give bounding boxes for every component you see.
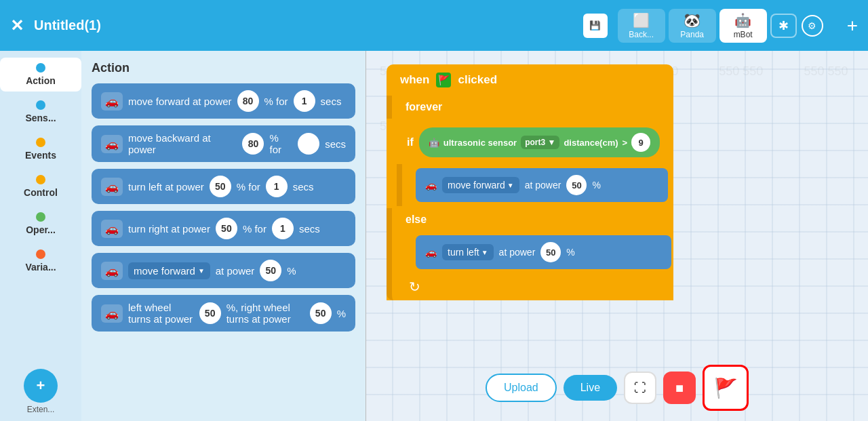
mf-robot-icon: 🚗 [425,180,437,191]
block-move-forward-value2[interactable]: 1 [294,90,315,112]
blocks-panel-title: Action [92,61,355,75]
operators-dot [36,212,45,222]
move-forward-action-label: move forward [448,180,505,191]
sensor-block[interactable]: 🤖 ultrasonic sensor port3 distance(cm) >… [419,127,660,157]
move-direction-label: move forward [134,265,195,277]
sidebar-item-operators[interactable]: Oper... [0,207,81,241]
sidebar-action-label: Action [26,75,56,86]
page-title: Untitled(1) [34,18,573,33]
header-tabs: ⬜ Back... 🐼 Panda 🤖 mBot ✱ ⚙ [618,9,823,43]
tab-mbot-label: mBot [734,30,753,39]
distance-label: distance(cm) [564,138,618,148]
panda-icon: 🐼 [684,12,701,28]
sensors-dot [36,100,45,110]
extend-button[interactable]: + [24,369,58,403]
block-turn-right[interactable]: 🚗 turn right at power 50 % for 1 secs [92,211,355,246]
if-container: if 🤖 ultrasonic sensor port3 distance(cm… [387,119,673,208]
block-wheel-text: left wheel turns at power [128,302,194,325]
if-block: if 🤖 ultrasonic sensor port3 distance(cm… [397,121,670,164]
sidebar-control-label: Control [24,187,58,198]
block-move-forward[interactable]: 🚗 move forward at power 80 % for 1 secs [92,83,355,119]
move-power-value[interactable]: 50 [566,175,587,195]
move-direction-dropdown[interactable]: move forward [128,262,210,279]
block-turn-left-value2[interactable]: 1 [266,176,288,197]
variables-dot [36,249,45,259]
block-turn-right-text: turn right at power [128,223,210,235]
block-turn-left-text: turn left at power [128,181,204,193]
move-pct-label: % [592,180,600,191]
settings-tab[interactable]: ⚙ [802,15,823,37]
turn-left-action[interactable]: 🚗 turn left at power 50 % [416,235,671,269]
block-turn-right-value2[interactable]: 1 [272,218,294,239]
sidebar-item-control[interactable]: Control [0,169,81,203]
block-mfd-value[interactable]: 50 [260,260,281,281]
control-dot [36,175,45,184]
mbot-icon: 🤖 [734,12,751,28]
block-turn-left-value1[interactable]: 50 [210,176,231,197]
sensor-label: ultrasonic sensor [443,138,517,148]
block-turn-left[interactable]: 🚗 turn left at power 50 % for 1 secs [92,169,355,204]
turn-direction-select[interactable]: turn left [442,244,494,260]
block-turn-right-value1[interactable]: 50 [216,218,237,239]
move-direction-select[interactable]: move forward [442,177,519,193]
sidebar-item-action[interactable]: Action [0,58,81,92]
bluetooth-tab[interactable]: ✱ [770,14,797,38]
tab-back[interactable]: ⬜ Back... [618,9,665,43]
block-move-backward-value1[interactable]: 80 [242,133,264,155]
sidebar-item-events[interactable]: Events [0,132,81,166]
sidebar-variables-label: Varia... [25,262,56,273]
tab-panda[interactable]: 🐼 Panda [669,9,716,43]
canvas: 550 550 550 550 550 550 550 550 550 550 … [366,51,868,421]
add-button[interactable]: + [847,15,858,37]
sidebar-operators-label: Oper... [26,224,56,235]
block-turn-right-icon: 🚗 [101,220,123,238]
turn-power-value[interactable]: 50 [540,242,561,262]
block-move-backward[interactable]: 🚗 move backward at power 80 % for secs [92,125,355,162]
go-button[interactable]: 🚩 [703,365,749,411]
sidebar-item-sensors[interactable]: Sens... [0,95,81,129]
block-move-forward-text: move forward at power [128,96,232,107]
when-label: when [400,73,429,87]
block-move-backward-text: move backward at power [128,132,237,155]
forever-block: forever [387,96,673,119]
robot-sensor-icon: 🤖 [429,138,439,148]
clicked-label: clicked [458,73,497,87]
tab-panda-label: Panda [680,30,704,39]
when-clicked-block[interactable]: when 🚩 clicked [387,64,673,96]
port-dropdown[interactable]: port3 [521,136,559,149]
stop-button[interactable]: ■ [663,372,696,404]
upload-button[interactable]: Upload [486,374,557,402]
gt-value[interactable]: 9 [631,133,650,152]
stop-icon: ■ [675,380,684,396]
main-layout: Action Sens... Events Control Oper... Va… [0,51,868,421]
back-icon: ⬜ [633,12,650,28]
sidebar-item-variables[interactable]: Varia... [0,244,81,278]
else-block: else [387,208,673,231]
block-wheel-value1[interactable]: 50 [199,302,221,324]
gt-label: > [623,138,628,148]
fullscreen-button[interactable]: ⛶ [624,372,656,404]
block-wheel-turns[interactable]: 🚗 left wheel turns at power 50 %, right … [92,295,355,332]
block-wheel-icon: 🚗 [101,304,123,323]
turn-left-action-label: turn left [448,247,479,258]
at-power-label: at power [525,180,561,191]
live-button[interactable]: Live [564,375,617,401]
tab-mbot[interactable]: 🤖 mBot [719,9,767,43]
move-forward-action[interactable]: 🚗 move forward at power 50 % [416,168,668,202]
block-move-backward-value2[interactable] [298,133,319,155]
block-mfd-icon: 🚗 [101,262,123,280]
block-move-forward-value1[interactable]: 80 [237,90,259,112]
block-wheel-value2[interactable]: 50 [310,302,332,324]
fullscreen-icon: ⛶ [634,381,646,395]
sidebar-events-label: Events [25,150,56,161]
save-button[interactable]: 💾 [583,14,608,38]
block-move-backward-icon: 🚗 [101,135,123,153]
if-body: 🚗 move forward at power 50 % [397,164,670,206]
tl-robot-icon: 🚗 [425,247,437,258]
loop-arrow: ↻ [387,273,673,300]
close-button[interactable]: ✕ [10,16,24,35]
block-move-forward-dropdown[interactable]: 🚗 move forward at power 50 % [92,253,355,288]
sidebar: Action Sens... Events Control Oper... Va… [0,51,81,421]
extend-label: Exten... [27,405,55,414]
blocks-panel: Action 🚗 move forward at power 80 % for … [81,51,366,421]
